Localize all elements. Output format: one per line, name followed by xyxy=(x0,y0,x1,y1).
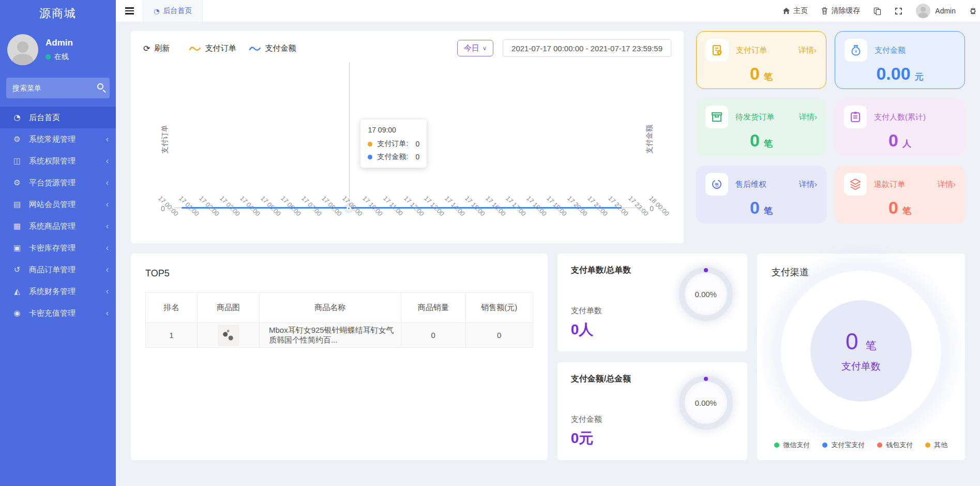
x-axis-labels: 17 00:0017 01:0017 02:0017 03:0017 04:00… xyxy=(162,195,653,226)
stat-card-aftersale: 售 售后维权 详情› 0笔 xyxy=(696,166,826,224)
details-link[interactable]: 详情› xyxy=(938,180,956,189)
user-avatar[interactable] xyxy=(7,34,38,65)
x-axis-label: 17 12:00 xyxy=(402,195,425,217)
gauge-percent: 0.00% xyxy=(695,290,717,299)
x-axis-label: 17 03:00 xyxy=(218,195,241,217)
chart-tooltip: 17 09:00 支付订单: 0 支付金额: 0 xyxy=(360,120,427,168)
gear-icon xyxy=(969,7,977,15)
copy-icon xyxy=(873,7,881,15)
chevron-left-icon: ‹ xyxy=(106,222,109,231)
sidebar-profile: Admin 在线 xyxy=(0,27,116,76)
col-image: 商品图 xyxy=(198,293,260,323)
refresh-button[interactable]: ⟳ 刷新 xyxy=(143,43,170,53)
sidebar-menu: ◔后台首页⚙系统常规管理‹◫系统权限管理‹⚙平台货源管理‹▤网站会员管理‹▦系统… xyxy=(0,107,116,324)
cell-rank: 1 xyxy=(146,323,198,348)
sidebar-item-2[interactable]: ◫系统权限管理‹ xyxy=(0,150,116,172)
gauge-dot-icon xyxy=(704,377,708,381)
chevron-left-icon: ‹ xyxy=(106,135,109,144)
menu-label: 卡密库存管理 xyxy=(29,243,106,253)
ratio-card-orders: 支付单数/总单数 0.00% 支付单数 0人 xyxy=(557,254,747,351)
menu-icon: ⚙ xyxy=(11,135,23,144)
sidebar-item-9[interactable]: ◉卡密充值管理‹ xyxy=(0,302,116,324)
legend-dot-icon xyxy=(925,443,930,448)
channel-legend-item[interactable]: 钱包支付 xyxy=(877,440,913,450)
chevron-left-icon: ‹ xyxy=(106,178,109,187)
menu-icon: ◫ xyxy=(11,156,23,166)
stat-cards: ¥ 支付订单 详情› 0笔 ¥ 支付金额 0.00元 xyxy=(696,31,965,243)
sidebar: 源商城 Admin 在线 ◔后台首页⚙系统常规管理‹◫系统权限管理‹⚙平台货源管… xyxy=(0,0,116,486)
stat-card-refunds: 退款订单 详情› 0笔 xyxy=(835,166,965,224)
line-chart-plot[interactable]: 支付订单 支付金额 0 0 17 09:00 支付订单: 0 xyxy=(174,70,640,208)
topbar-user-menu[interactable]: Admin xyxy=(916,4,956,18)
legend-dot-icon xyxy=(822,443,827,448)
menu-label: 商品订单管理 xyxy=(29,265,106,275)
gauge-dot-icon xyxy=(704,268,708,272)
clipboard-list-icon xyxy=(844,106,867,128)
menu-icon: ⚙ xyxy=(11,178,23,187)
x-axis-label: 17 16:00 xyxy=(484,195,507,217)
menu-label: 平台货源管理 xyxy=(29,178,106,188)
legend-item[interactable]: 支付订单 xyxy=(189,43,236,53)
stat-card-payers: 支付人数(累计) 0人 xyxy=(835,98,965,156)
hamburger-menu-icon[interactable] xyxy=(116,0,143,22)
cell-name: Mbox耳钉女925银针蝴蝶结耳钉女气质韩国个性简约百... xyxy=(260,323,401,348)
sidebar-item-1[interactable]: ⚙系统常规管理‹ xyxy=(0,128,116,150)
series-dot-icon xyxy=(368,142,372,146)
stat-card-pay-amount: ¥ 支付金额 0.00元 xyxy=(835,31,965,89)
sidebar-item-3[interactable]: ⚙平台货源管理‹ xyxy=(0,172,116,194)
channel-legend-item[interactable]: 微信支付 xyxy=(774,440,810,450)
clear-cache-button[interactable]: 清除缓存 xyxy=(821,6,860,16)
sidebar-item-7[interactable]: ↺商品订单管理‹ xyxy=(0,259,116,281)
sidebar-item-5[interactable]: ▦系统商品管理‹ xyxy=(0,215,116,237)
channel-legend-item[interactable]: 其他 xyxy=(925,440,947,450)
home-icon xyxy=(782,7,790,14)
table-row[interactable]: 1 Mbox耳钉女925银针蝴蝶结耳钉女气质韩国个性简约百... 0 0 xyxy=(146,323,533,348)
x-axis-label: 17 17:00 xyxy=(504,195,527,217)
x-axis-label: 17 06:00 xyxy=(279,195,302,217)
col-rank: 排名 xyxy=(146,293,198,323)
col-name: 商品名称 xyxy=(260,293,401,323)
sidebar-item-4[interactable]: ▤网站会员管理‹ xyxy=(0,194,116,215)
settings-button[interactable] xyxy=(969,7,977,15)
aftersale-badge-icon: 售 xyxy=(705,173,728,196)
x-axis-label: 17 10:00 xyxy=(361,195,384,217)
gauge-ring: 0.00% xyxy=(679,267,733,321)
chevron-left-icon: ‹ xyxy=(106,265,109,274)
copy-page-button[interactable] xyxy=(873,7,881,15)
money-bag-icon: ¥ xyxy=(845,39,867,62)
details-link[interactable]: 详情› xyxy=(798,46,817,55)
x-axis-label: 17 15:00 xyxy=(463,195,486,217)
y-axis-right-title: 支付金额 xyxy=(645,125,654,154)
x-axis-label: 17 22:00 xyxy=(607,195,629,217)
details-link[interactable]: 详情› xyxy=(799,180,817,189)
main-content: ⟳ 刷新 支付订单支付金额 今日∨ 2021-07-17 00:00:00 - … xyxy=(116,22,980,460)
date-range-input[interactable]: 2021-07-17 00:00:00 - 2021-07-17 23:59:5… xyxy=(503,39,671,57)
home-link[interactable]: 主页 xyxy=(782,6,808,16)
search-icon[interactable] xyxy=(97,83,103,90)
stat-card-pay-orders: ¥ 支付订单 详情› 0笔 xyxy=(696,31,826,89)
tooltip-row: 支付金额: 0 xyxy=(368,152,419,161)
details-link[interactable]: 详情› xyxy=(799,112,817,122)
wave-icon xyxy=(189,45,201,51)
gauge-ring: 0.00% xyxy=(679,376,733,430)
sidebar-item-0[interactable]: ◔后台首页 xyxy=(0,107,116,128)
channels-donut-chart[interactable]: 0笔 支付单数 xyxy=(781,271,941,431)
menu-label: 系统常规管理 xyxy=(29,135,106,144)
chevron-left-icon: ‹ xyxy=(106,287,109,296)
x-axis-label: 17 11:00 xyxy=(382,195,404,217)
topbar-username: Admin xyxy=(935,7,956,15)
legend-item[interactable]: 支付金额 xyxy=(249,43,296,53)
sidebar-item-8[interactable]: ◭系统财务管理‹ xyxy=(0,281,116,302)
topbar-avatar xyxy=(916,4,930,18)
menu-label: 系统商品管理 xyxy=(29,222,106,231)
chevron-left-icon: ‹ xyxy=(106,156,109,166)
menu-search-input[interactable] xyxy=(6,78,110,98)
channel-legend-item[interactable]: 支付宝支付 xyxy=(822,440,865,450)
date-range-select[interactable]: 今日∨ xyxy=(457,40,493,56)
tab-dashboard[interactable]: ◔ 后台首页 xyxy=(143,0,203,22)
chart-crosshair xyxy=(349,62,350,208)
cell-sales: 0 xyxy=(401,323,465,348)
sidebar-item-6[interactable]: ▣卡密库存管理‹ xyxy=(0,237,116,259)
chevron-left-icon: ‹ xyxy=(106,308,109,318)
fullscreen-button[interactable] xyxy=(895,7,902,15)
